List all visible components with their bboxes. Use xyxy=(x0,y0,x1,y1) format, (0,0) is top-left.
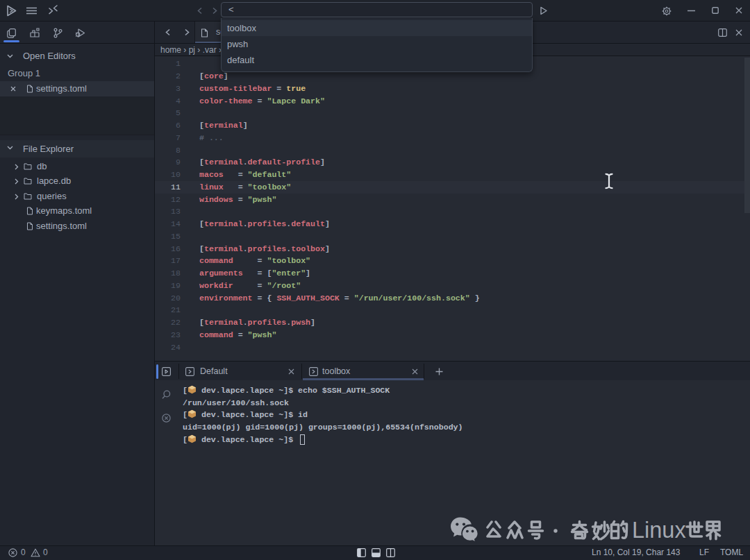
svg-text:Linux: Linux xyxy=(632,518,686,543)
